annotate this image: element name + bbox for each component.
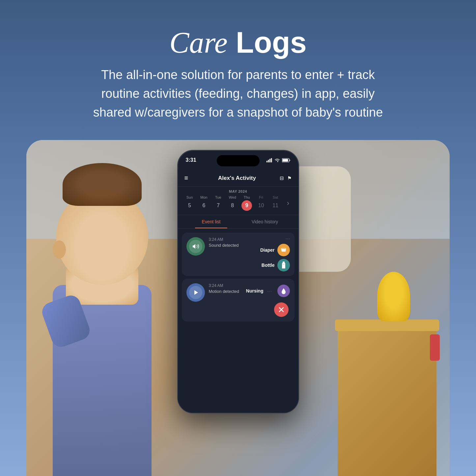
drop-icon xyxy=(281,288,286,294)
svg-rect-2 xyxy=(269,159,270,162)
diaper-btn[interactable] xyxy=(277,244,290,256)
phone-device: 3:31 xyxy=(177,150,299,413)
page-title: Care Logs xyxy=(49,26,427,59)
sound-event-icon[interactable] xyxy=(186,237,205,256)
calendar-month: MAY 2024 xyxy=(183,189,293,193)
bottle-label: Bottle xyxy=(262,263,275,268)
cal-day-tue[interactable]: Tue 7 xyxy=(211,195,225,211)
battery-icon xyxy=(282,158,291,162)
event-desc-1: Sound detected xyxy=(209,243,256,248)
calendar-next-btn[interactable]: › xyxy=(283,199,293,208)
close-icon xyxy=(278,307,284,313)
cal-day-sun[interactable]: Sun 5 xyxy=(183,195,196,211)
app-content: ≡ Alex's Activity ⊟ ⚑ MAY 2024 Sun 5 xyxy=(178,170,298,413)
event-card-motion: 3:24 AM Motion detected Nursing ··· xyxy=(182,279,294,322)
app-header: ≡ Alex's Activity ⊟ ⚑ xyxy=(178,170,298,187)
bottle-action-row: Bottle xyxy=(262,259,290,271)
filter-icon[interactable]: ⊟ xyxy=(280,175,284,181)
event-card-sound: 3:24 AM Sound detected ··· Diaper xyxy=(182,233,294,276)
status-icons xyxy=(266,158,291,162)
svg-rect-0 xyxy=(266,161,267,162)
diaper-action-row: Diaper xyxy=(260,244,290,256)
care-actions-1: ··· Diaper xyxy=(260,237,290,271)
nursing-label: Nursing xyxy=(246,288,264,294)
diaper-label: Diaper xyxy=(260,247,275,253)
calendar-days: Sun 5 Mon 6 Tue 7 Wed 8 xyxy=(183,195,293,211)
svg-rect-1 xyxy=(268,160,269,162)
event-info-sound: 3:24 AM Sound detected xyxy=(209,237,256,248)
cal-day-thu[interactable]: Thu 9 xyxy=(240,195,253,211)
calendar-strip: MAY 2024 Sun 5 Mon 6 Tue 7 xyxy=(178,187,298,215)
play-icon xyxy=(192,289,199,296)
event-list: 3:24 AM Sound detected ··· Diaper xyxy=(178,229,298,328)
motion-event-icon[interactable] xyxy=(186,283,205,302)
wifi-icon xyxy=(274,158,280,162)
cal-day-fri[interactable]: Fri 10 xyxy=(255,195,268,211)
diaper-icon xyxy=(280,247,287,253)
tabs-row: Event list Video history xyxy=(178,215,298,229)
tab-video-history[interactable]: Video history xyxy=(238,215,292,228)
svg-rect-3 xyxy=(271,158,272,162)
svg-marker-6 xyxy=(194,290,198,295)
event-info-motion: 3:24 AM Motion detected xyxy=(209,283,242,294)
event-time-1: 3:24 AM xyxy=(209,237,256,242)
more-options-btn-1[interactable]: ··· xyxy=(286,236,291,241)
dynamic-island xyxy=(217,155,260,166)
bottle-icon xyxy=(281,262,286,269)
signal-icon xyxy=(266,158,272,162)
title-italic: Care xyxy=(169,26,228,59)
cal-day-sat[interactable]: Sat 11 xyxy=(269,195,282,211)
care-actions-2: Nursing ··· xyxy=(246,283,290,317)
bottle-btn[interactable] xyxy=(277,259,290,271)
event-time-2: 3:24 AM xyxy=(209,283,242,288)
menu-icon[interactable]: ≡ xyxy=(184,174,194,182)
svg-rect-5 xyxy=(282,159,288,161)
close-btn[interactable] xyxy=(274,302,289,317)
flag-icon[interactable]: ⚑ xyxy=(287,175,292,181)
nursing-action-row: Nursing ··· xyxy=(246,285,290,297)
app-title: Alex's Activity xyxy=(218,175,256,182)
status-time: 3:31 xyxy=(186,157,196,163)
event-desc-2: Motion detected xyxy=(209,289,242,294)
header-right-icons: ⊟ ⚑ xyxy=(280,175,292,181)
title-bold: Logs xyxy=(228,26,307,59)
speaker-icon xyxy=(192,242,200,250)
more-options-btn-2[interactable]: ··· xyxy=(267,289,272,294)
tab-event-list[interactable]: Event list xyxy=(184,215,238,228)
cal-day-wed[interactable]: Wed 8 xyxy=(226,195,239,211)
cal-day-mon[interactable]: Mon 6 xyxy=(197,195,210,211)
page-subtitle: The all-in-one solution for parents to e… xyxy=(90,66,386,122)
nursing-btn[interactable] xyxy=(277,285,290,297)
